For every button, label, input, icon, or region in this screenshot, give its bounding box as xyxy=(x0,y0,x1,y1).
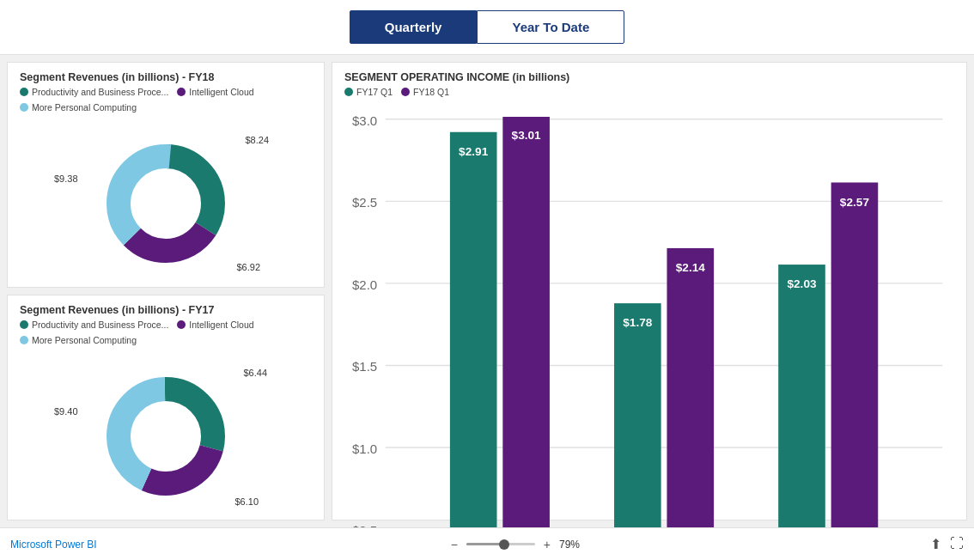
share-icon[interactable]: ⬆ xyxy=(930,536,941,552)
bar-cloud-fy18 xyxy=(667,248,714,527)
legend-label-cloud: Intelligent Cloud xyxy=(189,87,253,97)
bar-chart-title: SEGMENT OPERATING INCOME (in billions) xyxy=(344,71,954,83)
legend-label-personal: More Personal Computing xyxy=(32,102,137,113)
fy17-donut-wrapper: $6.44 $6.10 $9.40 xyxy=(71,359,260,514)
fy18-label-8-24: $8.24 xyxy=(245,135,269,145)
bar-cloud-fy17 xyxy=(614,303,661,527)
legend-item-productivity: Productivity and Business Proce... xyxy=(20,87,168,97)
bar-legend-fy17: FY17 Q1 xyxy=(344,87,393,97)
fy18-donut-svg xyxy=(97,135,234,272)
bar-chart-legend: FY17 Q1 FY18 Q1 xyxy=(344,87,954,97)
legend-dot-cloud xyxy=(177,88,186,96)
fy17-label-6-10: $6.10 xyxy=(234,496,259,507)
left-panel: Segment Revenues (in billions) - FY18 Pr… xyxy=(7,62,325,520)
fy17-legend-item-cloud: Intelligent Cloud xyxy=(177,320,253,330)
fy18-donut-wrapper: $8.24 $6.92 $9.38 xyxy=(71,126,260,281)
legend-item-personal: More Personal Computing xyxy=(20,102,137,113)
zoom-percent: 79% xyxy=(559,539,580,551)
fy17-donut-svg xyxy=(97,368,234,505)
fy17-legend-label-personal: More Personal Computing xyxy=(32,335,137,345)
svg-point-3 xyxy=(133,171,198,236)
fy18-chart-card: Segment Revenues (in billions) - FY18 Pr… xyxy=(7,62,325,288)
fy18-title: Segment Revenues (in billions) - FY18 xyxy=(20,71,312,83)
fy17-title: Segment Revenues (in billions) - FY17 xyxy=(20,304,312,316)
svg-text:$2.5: $2.5 xyxy=(352,195,377,210)
svg-text:$2.0: $2.0 xyxy=(352,277,377,292)
zoom-minus-button[interactable]: − xyxy=(447,536,461,553)
svg-text:$2.03: $2.03 xyxy=(787,277,817,290)
fy17-legend-label-cloud: Intelligent Cloud xyxy=(189,320,253,330)
fy17-legend-item-personal: More Personal Computing xyxy=(20,335,137,345)
svg-text:$1.78: $1.78 xyxy=(623,316,653,329)
svg-text:$2.91: $2.91 xyxy=(459,145,489,158)
bar-legend-label-fy17: FY17 Q1 xyxy=(356,87,393,97)
bar-chart-svg-container: $3.0 $2.5 $2.0 $1.5 $1.0 $0.5 $0.0 xyxy=(344,102,954,527)
svg-text:$2.14: $2.14 xyxy=(676,261,706,274)
tab-quarterly[interactable]: Quarterly xyxy=(350,10,478,44)
fy17-chart-card: Segment Revenues (in billions) - FY17 Pr… xyxy=(7,295,325,520)
fy18-label-6-92: $6.92 xyxy=(236,262,260,272)
zoom-slider-thumb xyxy=(499,539,509,550)
fy17-legend-dot-cloud xyxy=(177,320,186,329)
bar-prod-fy17 xyxy=(450,132,497,527)
tab-ytd[interactable]: Year To Date xyxy=(477,10,624,44)
bar-legend-dot-fy18 xyxy=(401,88,410,96)
fy18-legend: Productivity and Business Proce... Intel… xyxy=(20,87,312,113)
zoom-slider[interactable] xyxy=(466,543,535,545)
svg-text:$3.01: $3.01 xyxy=(512,129,542,142)
svg-point-7 xyxy=(133,404,198,469)
svg-text:$2.57: $2.57 xyxy=(840,196,869,209)
svg-text:$3.0: $3.0 xyxy=(352,113,377,128)
fy17-legend-item-productivity: Productivity and Business Proce... xyxy=(20,320,168,330)
svg-text:$1.0: $1.0 xyxy=(352,441,377,456)
fy17-legend-dot-personal xyxy=(20,336,28,344)
right-panel: SEGMENT OPERATING INCOME (in billions) F… xyxy=(332,62,967,520)
bar-prod-fy18 xyxy=(502,117,550,527)
bar-personal-fy17 xyxy=(778,265,825,527)
fullscreen-icon[interactable]: ⛶ xyxy=(950,536,964,552)
powerbi-link[interactable]: Microsoft Power BI xyxy=(10,539,97,551)
fy18-donut-container: $8.24 $6.92 $9.38 xyxy=(20,118,312,289)
fy18-label-9-38: $9.38 xyxy=(54,173,78,184)
legend-dot-personal xyxy=(20,103,28,112)
main-content: Segment Revenues (in billions) - FY18 Pr… xyxy=(0,55,974,527)
bar-chart-svg: $3.0 $2.5 $2.0 $1.5 $1.0 $0.5 $0.0 xyxy=(344,102,954,527)
fy17-legend-label-productivity: Productivity and Business Proce... xyxy=(32,320,168,330)
zoom-plus-button[interactable]: + xyxy=(540,536,554,553)
fy17-legend: Productivity and Business Proce... Intel… xyxy=(20,320,312,345)
svg-text:$1.5: $1.5 xyxy=(352,359,377,374)
tab-bar: Quarterly Year To Date xyxy=(0,0,974,55)
bar-legend-label-fy18: FY18 Q1 xyxy=(413,87,449,97)
bar-personal-fy18 xyxy=(831,182,879,527)
zoom-controls: − + 79% xyxy=(447,536,580,553)
fy17-donut-container: $6.44 $6.10 $9.40 xyxy=(20,350,312,522)
svg-text:$0.5: $0.5 xyxy=(352,523,377,527)
legend-item-cloud: Intelligent Cloud xyxy=(177,87,253,97)
legend-label-productivity: Productivity and Business Proce... xyxy=(32,87,168,97)
fy17-legend-dot-productivity xyxy=(20,320,28,329)
legend-dot-productivity xyxy=(20,88,28,96)
bar-legend-dot-fy17 xyxy=(344,88,353,96)
bottom-bar: Microsoft Power BI − + 79% ⬆ ⛶ xyxy=(0,527,974,560)
fy17-label-9-40: $9.40 xyxy=(54,406,78,417)
bar-legend-fy18: FY18 Q1 xyxy=(401,87,449,97)
fy17-label-6-44: $6.44 xyxy=(243,368,267,378)
bottom-icons: ⬆ ⛶ xyxy=(930,536,964,552)
